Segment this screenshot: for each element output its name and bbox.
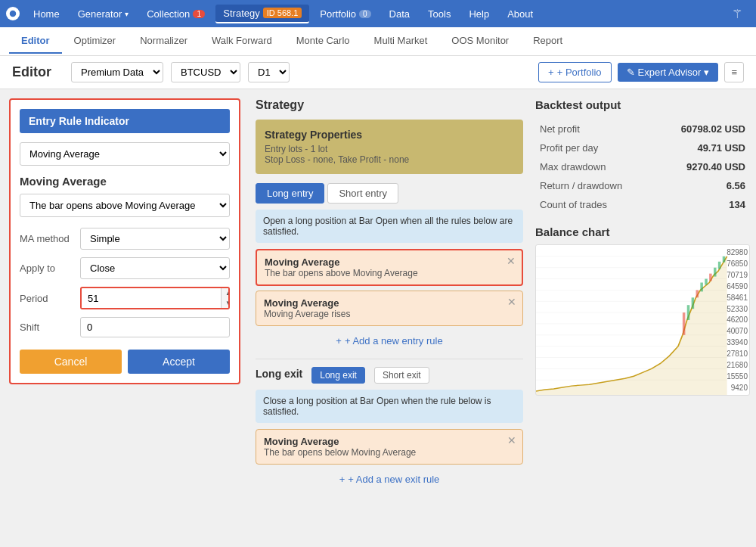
nav-about[interactable]: About — [500, 5, 541, 23]
collection-badge: 1 — [193, 10, 205, 18]
strategy-properties-line2: Stop Loss - none, Take Profit - none — [265, 154, 514, 165]
tab-multimarket[interactable]: Multi Market — [362, 29, 440, 54]
tab-short-entry[interactable]: Short entry — [327, 183, 398, 204]
indicator-type-select[interactable]: Moving Average Bollinger Bands RSI MACD … — [20, 142, 230, 166]
entry-rule-1-title: Moving Average — [265, 256, 514, 268]
chart-label-3: 70719 — [727, 271, 748, 279]
entry-rule-card-1: Moving Average The bar opens above Movin… — [256, 249, 523, 286]
tab-normalizer[interactable]: Normalizer — [128, 29, 200, 54]
svg-rect-18 — [700, 283, 703, 292]
cancel-button[interactable]: Cancel — [20, 350, 122, 374]
add-entry-rule-button[interactable]: + + Add a new entry rule — [256, 331, 523, 351]
tab-short-exit[interactable]: Short exit — [374, 367, 429, 384]
chart-label-4: 64590 — [727, 282, 748, 291]
left-panel: Entry Rule Indicator Moving Average Boll… — [0, 89, 249, 547]
nav-collection[interactable]: Collection 1 — [139, 5, 212, 23]
entry-rule-1-close-icon[interactable]: ✕ — [507, 255, 516, 267]
metric-label-maxdrawdown: Max drawdown — [537, 158, 654, 176]
nav-tools[interactable]: Tools — [420, 5, 458, 23]
nav-generator[interactable]: Generator ▾ — [70, 5, 137, 23]
nav-help[interactable]: Help — [461, 5, 497, 23]
plus-icon: + — [548, 67, 554, 78]
period-spinner: ▲ ▼ — [221, 288, 230, 308]
nav-portfolio[interactable]: Portfolio 0 — [312, 5, 378, 23]
ma-method-label: MA method — [20, 233, 80, 244]
tab-long-exit[interactable]: Long exit — [311, 367, 365, 384]
tab-editor[interactable]: Editor — [9, 29, 62, 54]
tab-long-entry[interactable]: Long entry — [256, 183, 324, 204]
metric-value-maxdrawdown: 9270.40 USD — [655, 158, 748, 176]
metric-row-countoftrades: Count of trades 134 — [537, 196, 748, 213]
apply-to-select[interactable]: Close Open High Low — [80, 257, 230, 279]
expert-advisor-button[interactable]: ✎ Expert Advisor ▾ — [618, 63, 719, 82]
nav-settings-icon[interactable]: ⚚ — [724, 4, 750, 24]
entry-rule-2-close-icon[interactable]: ✕ — [507, 296, 516, 308]
tab-walkforward[interactable]: Walk Forward — [200, 29, 284, 54]
nav-data[interactable]: Data — [382, 5, 417, 23]
exit-rule-1-title: Moving Average — [264, 436, 515, 447]
backtest-title: Backtest output — [535, 98, 750, 111]
svg-rect-21 — [714, 268, 717, 277]
accept-button[interactable]: Accept — [128, 350, 230, 374]
entry-rule-indicator-box: Entry Rule Indicator Moving Average Boll… — [9, 98, 240, 384]
indicator-buttons: Cancel Accept — [20, 350, 230, 374]
shift-input[interactable] — [80, 317, 230, 337]
middle-panel: Strategy Strategy Properties Entry lots … — [249, 89, 529, 547]
period-input[interactable] — [82, 289, 221, 308]
nav-strategy[interactable]: Strategy ID 568.1 — [215, 5, 309, 23]
timeframe-select[interactable]: D1 — [248, 62, 290, 82]
svg-rect-19 — [705, 279, 708, 285]
metric-row-profitperday: Profit per day 49.71 USD — [537, 139, 748, 157]
period-increment-button[interactable]: ▲ — [222, 288, 230, 298]
ma-section-title: Moving Average — [20, 175, 230, 188]
add-exit-rule-button[interactable]: + + Add a new exit rule — [256, 469, 523, 490]
section-divider — [256, 359, 523, 359]
expert-caret-icon: ▾ — [704, 67, 709, 78]
tab-optimizer[interactable]: Optimizer — [62, 29, 129, 54]
strategy-id-badge: ID 568.1 — [263, 8, 302, 18]
tab-montecarlo[interactable]: Monte Carlo — [284, 29, 362, 54]
apply-to-row: Apply to Close Open High Low — [20, 257, 230, 279]
chart-label-9: 33940 — [727, 338, 748, 347]
tab-oosmonitor[interactable]: OOS Monitor — [439, 29, 521, 54]
app-logo — [6, 7, 20, 20]
entry-rule-card-2: Moving Average Moving Average rises ✕ — [256, 291, 523, 326]
chart-label-1: 82980 — [727, 248, 748, 256]
chart-label-13: 9420 — [727, 384, 748, 392]
portfolio-badge: 0 — [359, 10, 371, 18]
metric-row-returndrawdown: Return / drawdown 6.56 — [537, 177, 748, 194]
nav-home[interactable]: Home — [26, 5, 67, 23]
metric-value-netprofit: 60798.02 USD — [655, 120, 748, 138]
symbol-select[interactable]: BTCUSD — [171, 62, 240, 82]
data-source-select[interactable]: Premium Data — [71, 62, 163, 82]
balance-chart-title: Balance chart — [535, 225, 750, 238]
tab-report[interactable]: Report — [521, 29, 575, 54]
chart-y-labels: 82980 76850 70719 64590 58461 52330 4620… — [727, 245, 748, 395]
strategy-title: Strategy — [256, 98, 523, 112]
exit-rule-1-desc: The bar opens below Moving Average — [264, 447, 515, 458]
svg-point-0 — [9, 10, 17, 17]
metric-label-returndrawdown: Return / drawdown — [537, 177, 654, 194]
chart-label-11: 21680 — [727, 361, 748, 369]
add-exit-rule-plus-icon: + — [339, 474, 345, 485]
add-entry-rule-plus-icon: + — [336, 335, 342, 347]
svg-rect-17 — [696, 290, 699, 297]
period-input-wrapper: ▲ ▼ — [80, 287, 230, 309]
entry-tabs: Long entry Short entry — [256, 183, 523, 204]
exit-rule-1-close-icon[interactable]: ✕ — [507, 434, 516, 446]
condition-select[interactable]: The bar opens above Moving Average The b… — [20, 194, 230, 217]
long-exit-label: Long exit — [256, 368, 302, 380]
entry-rule-1-desc: The bar opens above Moving Average — [265, 268, 514, 278]
portfolio-button[interactable]: + + Portfolio — [538, 62, 612, 82]
top-navigation: Home Generator ▾ Collection 1 Strategy I… — [0, 0, 756, 27]
metric-value-returndrawdown: 6.56 — [655, 177, 748, 194]
entry-rule-2-title: Moving Average — [264, 297, 515, 309]
strategy-properties-heading: Strategy Properties — [265, 129, 514, 141]
menu-button[interactable]: ≡ — [724, 62, 744, 82]
period-decrement-button[interactable]: ▼ — [222, 298, 230, 308]
backtest-metrics-table: Net profit 60798.02 USD Profit per day 4… — [535, 119, 750, 215]
ma-method-select[interactable]: Simple Exponential Smoothed Linear Weigh… — [80, 228, 230, 250]
chart-label-12: 15550 — [727, 372, 748, 381]
metric-label-netprofit: Net profit — [537, 120, 654, 138]
metric-label-countoftrades: Count of trades — [537, 196, 654, 213]
